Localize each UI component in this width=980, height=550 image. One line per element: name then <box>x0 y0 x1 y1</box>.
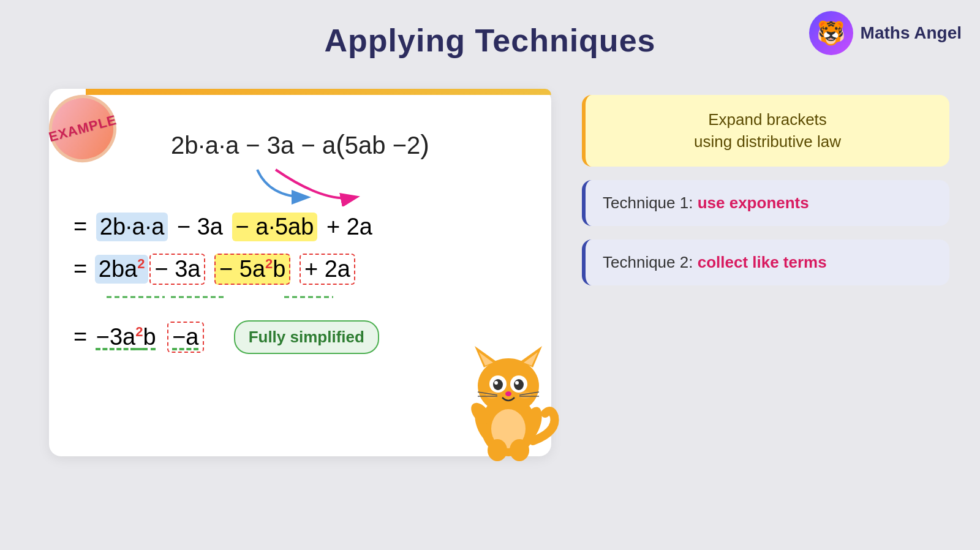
card-top-bar <box>86 89 551 95</box>
example-badge-label: EXAMPLE <box>47 112 118 145</box>
fully-simplified-badge: Fully simplified <box>234 320 379 354</box>
dashed-red-2: + 2a <box>300 254 355 285</box>
svg-point-15 <box>505 391 511 396</box>
tip-technique-2: Technique 2: collect like terms <box>582 239 949 285</box>
svg-point-12 <box>514 379 524 390</box>
logo-icon: 🐯 <box>809 11 853 55</box>
svg-point-13 <box>494 381 498 385</box>
right-panel: Expand brackets using distributive law T… <box>582 89 949 285</box>
line4-term1: −3a2b <box>96 324 156 350</box>
svg-point-4 <box>478 358 539 413</box>
cat-mascot <box>453 328 564 462</box>
svg-point-26 <box>510 439 529 461</box>
blue-highlight-2: 2ba2 <box>95 255 149 284</box>
math-line-1: 2b·a·a − 3a − a(5ab −2) <box>74 126 527 164</box>
svg-point-14 <box>515 381 519 385</box>
tip3-highlight: collect like terms <box>698 253 827 271</box>
math-content-area: 2b·a·a − 3a − a(5ab −2) <box>74 126 527 354</box>
tip3-prefix: Technique 2: <box>603 253 698 271</box>
yellow-highlight-1: − a·5ab <box>232 213 318 241</box>
tip1-text: Expand brackets using distributive law <box>694 110 841 151</box>
tip-technique-1: Technique 1: use exponents <box>582 180 949 226</box>
logo-text: Maths Angel <box>861 23 962 43</box>
main-content: 2b·a·a − 3a − a(5ab −2) <box>49 89 949 538</box>
green-underlines <box>107 292 527 303</box>
tip2-highlight: use exponents <box>698 194 809 212</box>
cat-svg <box>453 328 564 462</box>
math-card: 2b·a·a − 3a − a(5ab −2) <box>49 89 551 456</box>
blue-highlight-1: 2b·a·a <box>96 213 168 241</box>
svg-point-11 <box>493 379 503 390</box>
arrows-area <box>74 164 527 200</box>
svg-point-25 <box>488 439 507 461</box>
distribution-arrows <box>208 164 392 206</box>
yellow-dashed-highlight: − 5a2b <box>214 254 290 285</box>
math-line-2: = 2b·a·a − 3a − a·5ab + 2a <box>74 213 527 241</box>
tip-expand-brackets: Expand brackets using distributive law <box>582 95 949 167</box>
math-line-3: = 2ba2 − 3a − 5a2b + 2a <box>74 254 527 285</box>
dashed-red-1: − 3a <box>149 254 205 285</box>
logo-area: 🐯 Maths Angel <box>809 11 962 55</box>
line4-dashed-red: −a <box>167 322 203 353</box>
green-underline-svg <box>107 292 364 303</box>
tip2-prefix: Technique 1: <box>603 194 698 212</box>
